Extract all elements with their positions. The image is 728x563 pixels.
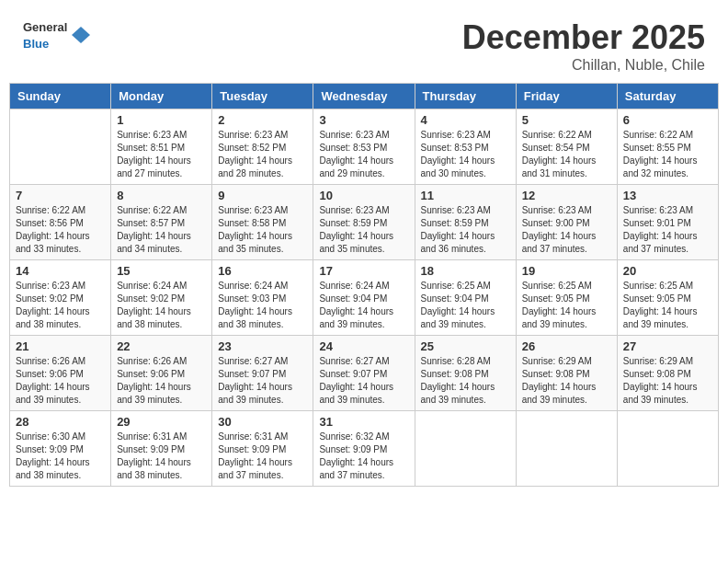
calendar-cell: 5Sunrise: 6:22 AM Sunset: 8:54 PM Daylig… xyxy=(516,109,617,185)
calendar-cell: 23Sunrise: 6:27 AM Sunset: 9:07 PM Dayli… xyxy=(212,336,313,411)
calendar-cell xyxy=(415,411,516,487)
logo: General Blue xyxy=(23,18,91,52)
day-info: Sunrise: 6:25 AM Sunset: 9:04 PM Dayligh… xyxy=(421,280,510,331)
calendar-cell: 13Sunrise: 6:23 AM Sunset: 9:01 PM Dayli… xyxy=(617,185,718,260)
day-number: 26 xyxy=(522,339,611,353)
calendar-cell: 12Sunrise: 6:23 AM Sunset: 9:00 PM Dayli… xyxy=(516,185,617,260)
weekday-header-tuesday: Tuesday xyxy=(212,84,313,109)
day-info: Sunrise: 6:27 AM Sunset: 9:07 PM Dayligh… xyxy=(319,355,408,407)
calendar-cell: 6Sunrise: 6:22 AM Sunset: 8:55 PM Daylig… xyxy=(617,109,718,185)
day-number: 4 xyxy=(421,113,510,127)
calendar-week-1: 1Sunrise: 6:23 AM Sunset: 8:51 PM Daylig… xyxy=(10,109,719,185)
calendar-cell xyxy=(10,109,111,185)
day-info: Sunrise: 6:32 AM Sunset: 9:09 PM Dayligh… xyxy=(319,431,408,482)
calendar-cell: 31Sunrise: 6:32 AM Sunset: 9:09 PM Dayli… xyxy=(313,411,415,487)
calendar-cell: 29Sunrise: 6:31 AM Sunset: 9:09 PM Dayli… xyxy=(111,411,212,487)
day-info: Sunrise: 6:23 AM Sunset: 9:02 PM Dayligh… xyxy=(16,280,105,331)
calendar-table: SundayMondayTuesdayWednesdayThursdayFrid… xyxy=(9,83,719,487)
weekday-header-monday: Monday xyxy=(111,84,212,109)
calendar-cell: 3Sunrise: 6:23 AM Sunset: 8:53 PM Daylig… xyxy=(313,109,415,185)
day-info: Sunrise: 6:23 AM Sunset: 8:58 PM Dayligh… xyxy=(218,204,307,256)
day-number: 5 xyxy=(522,113,611,127)
day-info: Sunrise: 6:23 AM Sunset: 8:59 PM Dayligh… xyxy=(319,204,408,256)
day-info: Sunrise: 6:22 AM Sunset: 8:56 PM Dayligh… xyxy=(16,204,105,256)
calendar-cell: 2Sunrise: 6:23 AM Sunset: 8:52 PM Daylig… xyxy=(212,109,313,185)
day-number: 22 xyxy=(117,339,206,353)
calendar-cell: 16Sunrise: 6:24 AM Sunset: 9:03 PM Dayli… xyxy=(212,260,313,336)
calendar-cell xyxy=(617,411,718,487)
calendar-header-row: SundayMondayTuesdayWednesdayThursdayFrid… xyxy=(10,84,719,109)
day-info: Sunrise: 6:27 AM Sunset: 9:07 PM Dayligh… xyxy=(218,355,307,407)
calendar-cell: 15Sunrise: 6:24 AM Sunset: 9:02 PM Dayli… xyxy=(111,260,212,336)
logo-text: General Blue xyxy=(23,18,67,52)
day-info: Sunrise: 6:30 AM Sunset: 9:09 PM Dayligh… xyxy=(16,431,105,482)
calendar-cell: 8Sunrise: 6:22 AM Sunset: 8:57 PM Daylig… xyxy=(111,185,212,260)
location-text: Chillan, Nuble, Chile xyxy=(462,57,705,74)
day-info: Sunrise: 6:29 AM Sunset: 9:08 PM Dayligh… xyxy=(623,355,712,407)
logo-general: General xyxy=(23,20,67,34)
day-info: Sunrise: 6:23 AM Sunset: 8:52 PM Dayligh… xyxy=(218,129,307,180)
logo-blue: Blue xyxy=(23,37,49,51)
day-info: Sunrise: 6:23 AM Sunset: 8:53 PM Dayligh… xyxy=(319,129,408,180)
day-number: 29 xyxy=(117,415,206,429)
calendar-cell: 22Sunrise: 6:26 AM Sunset: 9:06 PM Dayli… xyxy=(111,336,212,411)
calendar-cell xyxy=(516,411,617,487)
day-number: 14 xyxy=(16,264,105,278)
day-info: Sunrise: 6:25 AM Sunset: 9:05 PM Dayligh… xyxy=(623,280,712,331)
day-number: 31 xyxy=(319,415,408,429)
weekday-header-sunday: Sunday xyxy=(10,84,111,109)
day-number: 9 xyxy=(218,189,307,202)
calendar-cell: 24Sunrise: 6:27 AM Sunset: 9:07 PM Dayli… xyxy=(313,336,415,411)
day-info: Sunrise: 6:26 AM Sunset: 9:06 PM Dayligh… xyxy=(117,355,206,407)
calendar-week-3: 14Sunrise: 6:23 AM Sunset: 9:02 PM Dayli… xyxy=(10,260,719,336)
calendar-cell: 20Sunrise: 6:25 AM Sunset: 9:05 PM Dayli… xyxy=(617,260,718,336)
day-number: 8 xyxy=(117,189,206,202)
day-info: Sunrise: 6:23 AM Sunset: 9:00 PM Dayligh… xyxy=(522,204,611,256)
day-info: Sunrise: 6:23 AM Sunset: 8:51 PM Dayligh… xyxy=(117,129,206,180)
calendar-cell: 17Sunrise: 6:24 AM Sunset: 9:04 PM Dayli… xyxy=(313,260,415,336)
day-info: Sunrise: 6:25 AM Sunset: 9:05 PM Dayligh… xyxy=(522,280,611,331)
day-number: 11 xyxy=(421,189,510,202)
day-number: 12 xyxy=(522,189,611,202)
logo-flag-icon xyxy=(71,25,91,45)
day-info: Sunrise: 6:22 AM Sunset: 8:57 PM Dayligh… xyxy=(117,204,206,256)
day-number: 25 xyxy=(421,339,510,353)
day-number: 28 xyxy=(16,415,105,429)
calendar-cell: 25Sunrise: 6:28 AM Sunset: 9:08 PM Dayli… xyxy=(415,336,516,411)
calendar-week-4: 21Sunrise: 6:26 AM Sunset: 9:06 PM Dayli… xyxy=(10,336,719,411)
day-number: 27 xyxy=(623,339,712,353)
weekday-header-wednesday: Wednesday xyxy=(313,84,415,109)
month-title: December 2025 xyxy=(462,18,705,57)
day-number: 15 xyxy=(117,264,206,278)
day-info: Sunrise: 6:24 AM Sunset: 9:02 PM Dayligh… xyxy=(117,280,206,331)
day-number: 18 xyxy=(421,264,510,278)
calendar-cell: 11Sunrise: 6:23 AM Sunset: 8:59 PM Dayli… xyxy=(415,185,516,260)
day-number: 16 xyxy=(218,264,307,278)
calendar-week-5: 28Sunrise: 6:30 AM Sunset: 9:09 PM Dayli… xyxy=(10,411,719,487)
calendar-cell: 4Sunrise: 6:23 AM Sunset: 8:53 PM Daylig… xyxy=(415,109,516,185)
calendar-cell: 1Sunrise: 6:23 AM Sunset: 8:51 PM Daylig… xyxy=(111,109,212,185)
calendar-cell: 14Sunrise: 6:23 AM Sunset: 9:02 PM Dayli… xyxy=(10,260,111,336)
page-header: General Blue December 2025 Chillan, Nubl… xyxy=(9,9,719,78)
calendar-cell: 7Sunrise: 6:22 AM Sunset: 8:56 PM Daylig… xyxy=(10,185,111,260)
day-number: 1 xyxy=(117,113,206,127)
calendar-cell: 27Sunrise: 6:29 AM Sunset: 9:08 PM Dayli… xyxy=(617,336,718,411)
day-number: 30 xyxy=(218,415,307,429)
day-number: 20 xyxy=(623,264,712,278)
calendar-cell: 26Sunrise: 6:29 AM Sunset: 9:08 PM Dayli… xyxy=(516,336,617,411)
day-number: 6 xyxy=(623,113,712,127)
calendar-cell: 18Sunrise: 6:25 AM Sunset: 9:04 PM Dayli… xyxy=(415,260,516,336)
day-info: Sunrise: 6:22 AM Sunset: 8:55 PM Dayligh… xyxy=(623,129,712,180)
calendar-cell: 28Sunrise: 6:30 AM Sunset: 9:09 PM Dayli… xyxy=(10,411,111,487)
day-number: 13 xyxy=(623,189,712,202)
day-number: 21 xyxy=(16,339,105,353)
weekday-header-saturday: Saturday xyxy=(617,84,718,109)
calendar-cell: 21Sunrise: 6:26 AM Sunset: 9:06 PM Dayli… xyxy=(10,336,111,411)
weekday-header-thursday: Thursday xyxy=(415,84,516,109)
day-info: Sunrise: 6:23 AM Sunset: 8:53 PM Dayligh… xyxy=(421,129,510,180)
day-info: Sunrise: 6:31 AM Sunset: 9:09 PM Dayligh… xyxy=(218,431,307,482)
day-info: Sunrise: 6:23 AM Sunset: 9:01 PM Dayligh… xyxy=(623,204,712,256)
day-info: Sunrise: 6:28 AM Sunset: 9:08 PM Dayligh… xyxy=(421,355,510,407)
day-info: Sunrise: 6:29 AM Sunset: 9:08 PM Dayligh… xyxy=(522,355,611,407)
calendar-cell: 30Sunrise: 6:31 AM Sunset: 9:09 PM Dayli… xyxy=(212,411,313,487)
